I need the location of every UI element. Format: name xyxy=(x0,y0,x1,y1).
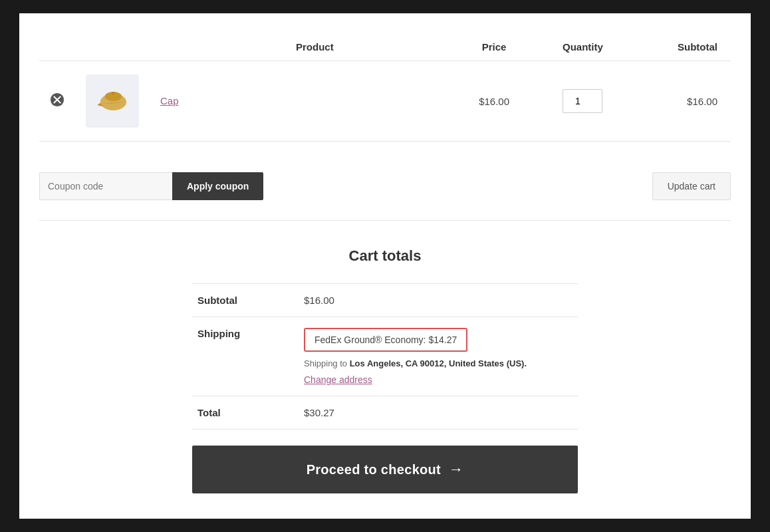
col-header-quantity: Quantity xyxy=(535,33,631,61)
product-price-cell: $16.00 xyxy=(453,61,535,142)
product-name-cell: Cap xyxy=(150,61,453,142)
svg-point-5 xyxy=(112,92,114,94)
col-header-product: Product xyxy=(150,33,453,61)
remove-cell xyxy=(39,61,75,142)
subtotal-row: Subtotal $16.00 xyxy=(192,284,578,317)
coupon-row: Apply coupon Update cart xyxy=(39,162,731,221)
checkout-arrow-icon: → xyxy=(449,461,463,478)
product-image xyxy=(86,74,139,128)
checkout-button[interactable]: Proceed to checkout → xyxy=(192,446,578,493)
shipping-address-text: Shipping to Los Angeles, CA 90012, Unite… xyxy=(304,358,573,368)
shipping-row: Shipping FedEx Ground® Economy: $14.27 S… xyxy=(192,317,578,396)
product-price: $16.00 xyxy=(479,96,509,107)
product-subtotal-cell: $16.00 xyxy=(631,61,731,142)
shipping-address: Los Angeles, CA 90012, United States (US… xyxy=(350,358,527,368)
total-value: $30.27 xyxy=(299,396,578,430)
quantity-input[interactable] xyxy=(563,89,602,113)
cart-table: Product Price Quantity Subtotal xyxy=(39,33,731,142)
subtotal-label: Subtotal xyxy=(192,284,299,317)
coupon-code-input[interactable] xyxy=(39,172,172,200)
shipping-address-prefix: Shipping to xyxy=(304,358,350,368)
col-header-subtotal: Subtotal xyxy=(631,33,731,61)
subtotal-value: $16.00 xyxy=(299,284,578,317)
page-container: Product Price Quantity Subtotal xyxy=(19,13,751,519)
update-cart-button[interactable]: Update cart xyxy=(652,172,731,200)
table-row: Cap $16.00 $16.00 xyxy=(39,61,731,142)
checkout-button-label: Proceed to checkout xyxy=(307,462,441,477)
col-header-price: Price xyxy=(453,33,535,61)
shipping-label: Shipping xyxy=(192,317,299,396)
shipping-option[interactable]: FedEx Ground® Economy: $14.27 xyxy=(304,328,467,352)
totals-table: Subtotal $16.00 Shipping FedEx Ground® E… xyxy=(192,283,578,430)
apply-coupon-button[interactable]: Apply coupon xyxy=(172,172,263,200)
change-address-link[interactable]: Change address xyxy=(304,374,372,385)
coupon-section: Apply coupon xyxy=(39,172,263,200)
cart-totals-title: Cart totals xyxy=(192,247,578,265)
product-link[interactable]: Cap xyxy=(160,95,179,106)
product-quantity-cell xyxy=(535,61,631,142)
product-image-cell xyxy=(75,61,150,142)
total-label: Total xyxy=(192,396,299,430)
cart-totals-section: Cart totals Subtotal $16.00 Shipping Fed… xyxy=(192,247,578,493)
total-row: Total $30.27 xyxy=(192,396,578,430)
remove-item-button[interactable] xyxy=(50,92,64,107)
product-subtotal: $16.00 xyxy=(687,96,717,107)
shipping-details: FedEx Ground® Economy: $14.27 Shipping t… xyxy=(299,317,578,396)
